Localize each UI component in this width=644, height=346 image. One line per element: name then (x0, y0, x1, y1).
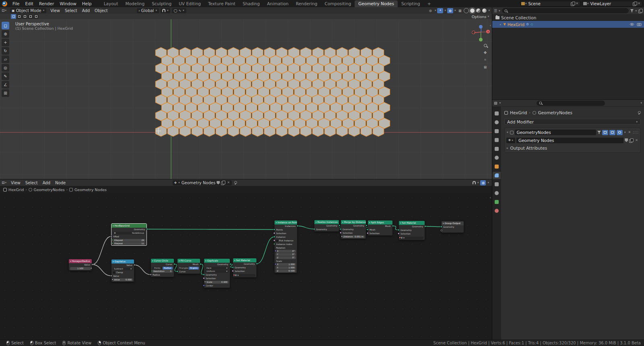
modifier-drag-handle[interactable]: :::: (633, 131, 639, 134)
toggle-ortho-icon[interactable]: ⊞ (483, 64, 488, 70)
node-overlays-dropdown[interactable]: ▾ (487, 181, 489, 184)
pin-icon[interactable] (637, 111, 641, 115)
node-header-realize-instances[interactable]: ▾Realize Instances (314, 220, 339, 224)
bool-socket[interactable] (272, 239, 275, 242)
node-instance-on-points[interactable]: ▾Instance on PointsInstancesPointsSelect… (274, 220, 297, 273)
viewlayer-name[interactable]: ViewLayer (589, 2, 633, 6)
editmode-display-toggle[interactable] (602, 130, 608, 135)
node-header-hex-base-grid[interactable]: ▾HexBaseGrid (111, 224, 147, 228)
falloff-icon[interactable]: ∿ (178, 9, 181, 12)
add-cube-tool[interactable]: ⊞ (2, 89, 9, 97)
hexagon-instance[interactable] (252, 126, 263, 136)
checkbox-clamp[interactable]: Clamp (111, 271, 134, 274)
properties-tab-physics[interactable] (493, 189, 501, 197)
collapse-icon[interactable]: ▾ (205, 260, 206, 262)
node-header-split-edges[interactable]: ▾Split Edges (368, 220, 392, 224)
add-workspace-button[interactable]: + (424, 0, 435, 7)
topbar-menu-edit[interactable]: Edit (23, 1, 36, 6)
field-xrepeat[interactable]: XRepeat29 (113, 239, 145, 242)
viewport-menu-select[interactable]: Select (62, 8, 80, 13)
virtual-socket[interactable] (440, 229, 442, 231)
field-z[interactable]: Z0.500 (276, 270, 296, 272)
node-group-output[interactable]: ▾Group OutputGeometry (441, 221, 464, 233)
mode-selector[interactable]: ▣ Object Mode ▾ (10, 8, 46, 13)
node-header-fill-curve[interactable]: ▾Fill Curve (178, 259, 200, 263)
workspace-tab-rendering[interactable]: Rendering (292, 0, 321, 7)
node-realize-instances[interactable]: ▾Realize InstancesGeometryGeometry (314, 220, 339, 232)
properties-search[interactable] (537, 101, 605, 106)
collapse-icon[interactable]: ▾ (342, 221, 343, 223)
outliner-row-hexgrid[interactable]: ▸ ▼ HexGrid ⚙ ◇ (492, 21, 644, 28)
hexagon-instance[interactable] (312, 126, 323, 136)
hexgrid-mesh[interactable] (0, 19, 492, 179)
node-header-set-material-1[interactable]: ▾Set Material (233, 258, 256, 262)
value-socket[interactable] (150, 274, 152, 276)
move-view-icon[interactable]: ✥ (483, 50, 488, 55)
properties-editor[interactable]: ▤ ▾ ▾ HexGrid › (492, 100, 644, 340)
cursor-tool[interactable]: ⊕ (2, 30, 9, 38)
hexagon-instance[interactable] (264, 126, 275, 136)
topbar-menu-help[interactable]: Help (79, 1, 95, 6)
geometry-socket[interactable] (340, 228, 342, 230)
new-node-group-icon[interactable] (221, 181, 225, 185)
value-socket[interactable] (203, 280, 206, 283)
navigation-gizmo[interactable]: X (470, 23, 489, 41)
workspace-tab-texture-paint[interactable]: Texture Paint (204, 0, 239, 7)
node-link[interactable] (297, 226, 314, 229)
properties-search-input[interactable] (543, 101, 602, 105)
remove-viewlayer-icon[interactable]: ✕ (637, 2, 641, 6)
node-header-gap-scale[interactable]: ▾GapScale (204, 259, 230, 263)
expand-icon[interactable]: ▸ (500, 23, 502, 26)
camera-view-icon[interactable]: ⌗ (483, 57, 488, 62)
collapse-icon[interactable]: ▾ (276, 221, 277, 224)
geometry-socket[interactable] (232, 266, 234, 268)
node-group-name[interactable]: Geometry Nodes (182, 181, 215, 185)
properties-tab-render[interactable] (493, 119, 501, 126)
geometry-socket[interactable] (273, 236, 275, 238)
proportional-edit-controls[interactable]: ◯ ∿ ▾ (172, 8, 186, 13)
show-gizmo-toggle[interactable]: ⌖ (437, 8, 443, 13)
unlink-scene-icon[interactable]: ✕ (575, 2, 579, 6)
move-tool[interactable]: + (2, 39, 9, 46)
field-x[interactable]: X0° (276, 250, 296, 253)
shading-solid-button[interactable] (470, 8, 475, 13)
value-socket[interactable] (134, 264, 136, 266)
node-header-group-output[interactable]: ▾Group Output (442, 221, 464, 225)
transform-tool[interactable]: ◎ (2, 64, 9, 72)
disable-render-camera-icon[interactable] (637, 23, 642, 26)
properties-tab-modifiers[interactable] (493, 172, 501, 179)
toggle-radius[interactable]: Radius (163, 267, 173, 270)
properties-tab-particles[interactable] (493, 181, 501, 188)
geometry-node-editor[interactable]: ⊟▾ ViewSelectAddNode ❖ ▾ Geometry Nodes … (0, 179, 492, 340)
field-value[interactable]: Value0.000 (113, 278, 133, 281)
object-visibility-button[interactable]: ◎ (427, 8, 433, 13)
field-distance[interactable]: Distance0.001 m (342, 235, 365, 238)
node-group-selector[interactable]: ❖NodeGroup (113, 232, 145, 235)
hexagon-instance[interactable] (288, 126, 299, 136)
workspace-tab-shading[interactable]: Shading (239, 0, 264, 7)
editor-type-dropdown[interactable]: ▾ (5, 9, 7, 12)
properties-tab-object-data[interactable] (493, 198, 501, 206)
hexagon-instance[interactable] (300, 126, 311, 136)
hexagon-instance[interactable] (336, 126, 347, 136)
outliner-row-scene-collection[interactable]: Scene Collection (492, 14, 644, 21)
measure-tool[interactable]: ∠ (2, 81, 9, 89)
node-set-material-2[interactable]: ▾Set MaterialGeometryGeometrySelection▾ (398, 220, 425, 240)
viewlayer-selector[interactable]: ▾ ViewLayer ✕ (582, 1, 642, 6)
field-y[interactable]: Y1.000 (276, 266, 296, 269)
falloff-dropdown[interactable]: ▾ (182, 9, 185, 12)
value-socket[interactable] (90, 267, 92, 269)
shading-dropdown[interactable]: ▾ (488, 9, 490, 12)
node-canvas[interactable]: ‹ ▾HexagonRadiusValue1.500▾GapValueValue… (0, 193, 492, 340)
node-gap-scale[interactable]: ▾GapScaleGeometryFace▾Uniform▾GeometrySe… (204, 258, 230, 288)
scene-name[interactable]: Scene (527, 2, 571, 6)
vector-socket[interactable] (202, 284, 205, 287)
geometry-socket[interactable] (297, 225, 299, 227)
xray-toggle[interactable]: ▥ (457, 8, 463, 13)
shading-wireframe-button[interactable] (464, 8, 469, 13)
int-socket[interactable] (111, 239, 114, 241)
node-link[interactable] (92, 237, 111, 265)
value-socket[interactable] (111, 278, 114, 280)
hexagon-instance[interactable] (180, 126, 190, 136)
collapse-icon[interactable]: ▾ (152, 260, 153, 262)
